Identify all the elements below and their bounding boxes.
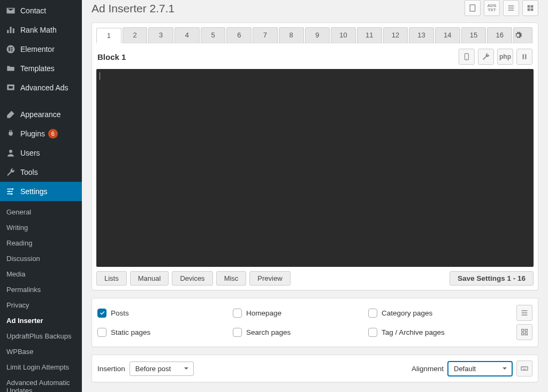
svg-rect-20: [522, 329, 524, 332]
svg-rect-15: [531, 9, 534, 11]
tab-15[interactable]: 15: [461, 27, 486, 43]
checkbox-static[interactable]: Static pages: [97, 328, 227, 337]
tab-12[interactable]: 12: [383, 27, 408, 43]
svg-point-17: [466, 59, 467, 59]
user-icon: [5, 148, 16, 158]
sidebar-label: Contact: [20, 6, 46, 15]
sliders-icon: [5, 186, 16, 197]
sidebar-item-contact[interactable]: Contact: [0, 1, 82, 20]
submenu-wpbase[interactable]: WPBase: [0, 344, 82, 359]
tab-2[interactable]: 2: [123, 27, 148, 43]
sidebar-label: Elementor: [20, 45, 55, 53]
svg-rect-19: [525, 54, 526, 59]
tab-6[interactable]: 6: [226, 27, 252, 43]
manual-button[interactable]: Manual: [130, 271, 169, 286]
svg-rect-23: [525, 333, 527, 335]
plugin-update-badge: 6: [48, 129, 58, 139]
main-content: ADSTXT Ad Inserter 2.7.1 1 2 3 4 5 6 7 8…: [82, 0, 548, 392]
tab-9[interactable]: 9: [305, 27, 330, 43]
sidebar-item-users[interactable]: Users: [0, 143, 82, 163]
checkbox-icon: [97, 328, 106, 337]
submenu-permalinks[interactable]: Permalinks: [0, 282, 82, 297]
adstxt-button[interactable]: ADSTXT: [484, 0, 500, 16]
checkbox-tag[interactable]: Tag / Archive pages: [368, 328, 498, 337]
grid-view-button[interactable]: [522, 0, 538, 16]
tab-11[interactable]: 11: [357, 27, 382, 43]
page-toolbar: ADSTXT: [465, 0, 538, 16]
submenu-adinserter[interactable]: Ad Inserter: [0, 313, 82, 328]
submenu-discussion[interactable]: Discussion: [0, 251, 82, 266]
keyboard-icon: [520, 364, 529, 373]
pause-icon: [521, 53, 528, 60]
svg-rect-12: [528, 5, 530, 8]
svg-rect-4: [11, 50, 13, 51]
misc-button[interactable]: Misc: [216, 271, 247, 286]
sidebar-item-elementor[interactable]: Elementor: [0, 40, 82, 59]
save-button[interactable]: Save Settings 1 - 16: [450, 271, 534, 286]
submenu-limitlogin[interactable]: Limit Login Attempts: [0, 359, 82, 375]
sidebar-item-appearance[interactable]: Appearance: [0, 105, 82, 124]
tab-14[interactable]: 14: [435, 27, 460, 43]
sidebar-item-advancedads[interactable]: Advanced Ads: [0, 78, 82, 97]
tab-8[interactable]: 8: [279, 27, 304, 43]
submenu-reading[interactable]: Reading: [0, 235, 82, 251]
lists-button[interactable]: Lists: [96, 271, 127, 286]
submenu-general[interactable]: General: [0, 204, 82, 220]
admin-sidebar: Contact Rank Math Elementor Templates Ad…: [0, 0, 82, 392]
tab-settings[interactable]: [513, 27, 532, 43]
checkbox-posts[interactable]: Posts: [97, 309, 227, 318]
checkbox-icon: [233, 309, 242, 318]
submenu-updraftplus[interactable]: UpdraftPlus Backups: [0, 328, 82, 344]
insertion-select[interactable]: Before post: [130, 362, 194, 376]
tools-button[interactable]: [478, 49, 494, 65]
sidebar-label: Tools: [20, 168, 38, 176]
tab-4[interactable]: 4: [174, 27, 200, 43]
alignment-select[interactable]: Default: [448, 362, 512, 376]
submenu-privacy[interactable]: Privacy: [0, 297, 82, 313]
doc-button[interactable]: [465, 0, 481, 16]
sidebar-item-rankmath[interactable]: Rank Math: [0, 20, 82, 40]
sidebar-label: Appearance: [20, 110, 61, 119]
list-view-button[interactable]: [503, 0, 519, 16]
checkbox-homepage[interactable]: Homepage: [233, 309, 363, 318]
submenu-media[interactable]: Media: [0, 266, 82, 282]
sidebar-item-plugins[interactable]: Plugins 6: [0, 124, 82, 143]
svg-point-8: [12, 188, 13, 190]
sidebar-item-settings[interactable]: Settings: [0, 182, 82, 201]
tab-13[interactable]: 13: [409, 27, 434, 43]
tab-7[interactable]: 7: [253, 27, 278, 43]
block-tabs: 1 2 3 4 5 6 7 8 9 10 11 12 13 14 15 16: [96, 27, 534, 43]
tab-16[interactable]: 16: [487, 27, 512, 43]
svg-rect-22: [522, 333, 524, 335]
tab-3[interactable]: 3: [148, 27, 173, 43]
checkbox-search[interactable]: Search pages: [233, 328, 363, 337]
sidebar-label: Advanced Ads: [20, 83, 68, 92]
checkbox-category[interactable]: Category pages: [368, 309, 498, 318]
list-toggle-button[interactable]: [516, 305, 532, 321]
sidebar-label: Templates: [20, 64, 55, 73]
sidebar-item-templates[interactable]: Templates: [0, 59, 82, 78]
grid-toggle-button[interactable]: [516, 324, 532, 340]
php-button[interactable]: php: [497, 49, 513, 65]
mobile-button[interactable]: [459, 49, 475, 65]
placement-panel: Posts Homepage Category pages Static pag…: [92, 298, 538, 347]
wrench-icon: [5, 167, 16, 178]
sidebar-label: Users: [20, 149, 40, 157]
submenu-writing[interactable]: Writing: [0, 220, 82, 235]
alignment-label: Alignment: [412, 365, 444, 373]
tab-1[interactable]: 1: [96, 28, 121, 43]
preview-button[interactable]: Preview: [249, 271, 290, 286]
tab-10[interactable]: 10: [331, 27, 356, 43]
chart-icon: [5, 25, 16, 35]
pause-button[interactable]: [516, 49, 532, 65]
tab-5[interactable]: 5: [201, 27, 226, 43]
alignment-preview-button[interactable]: [516, 360, 532, 376]
sidebar-item-tools[interactable]: Tools: [0, 163, 82, 182]
checkbox-icon: [97, 309, 106, 318]
code-editor[interactable]: [96, 69, 534, 267]
insertion-panel: Insertion Before post Alignment Default: [92, 355, 538, 382]
svg-rect-13: [531, 5, 534, 8]
submenu-autoupdates[interactable]: Advanced Automatic Updates: [0, 375, 82, 392]
grid-icon: [520, 328, 529, 336]
devices-button[interactable]: Devices: [172, 271, 212, 286]
